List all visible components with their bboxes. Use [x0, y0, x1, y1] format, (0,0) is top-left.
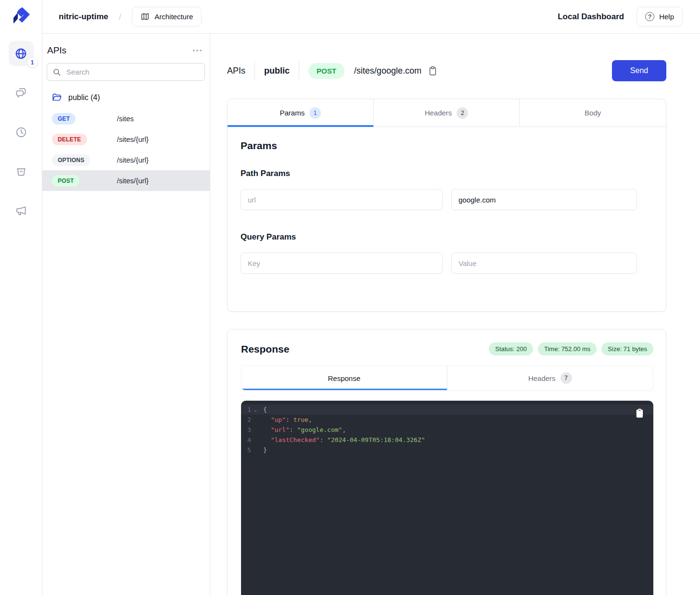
code-text: "up": true,: [263, 415, 312, 425]
rail-item-schedules[interactable]: [9, 120, 34, 145]
tab-params[interactable]: Params1: [228, 99, 374, 127]
code-lines: 1⌄{2 "up": true,3 "url": "google.com",4 …: [241, 405, 653, 455]
breadcrumb-api[interactable]: public: [264, 66, 290, 76]
megaphone-icon: [15, 205, 27, 217]
send-button[interactable]: Send: [612, 60, 666, 81]
code-line[interactable]: 1⌄{: [241, 405, 653, 415]
local-dashboard-label: Local Dashboard: [558, 12, 624, 22]
architecture-button[interactable]: Architecture: [132, 7, 202, 26]
code-line[interactable]: 3 "url": "google.com",: [241, 425, 653, 435]
method-col: POST: [52, 175, 117, 187]
topbar: nitric-uptime / Architecture Local Dashb…: [42, 0, 700, 34]
icon-rail: 1: [0, 0, 42, 595]
api-folder[interactable]: public (4): [42, 91, 210, 104]
search-wrap: [47, 63, 205, 81]
line-gutter: 4: [241, 435, 263, 445]
method-col: OPTIONS: [52, 154, 117, 166]
folder-label: public (4): [68, 93, 100, 102]
code-text: }: [263, 445, 267, 455]
request-tabs: Params1Headers2Body: [228, 99, 666, 127]
fold-icon: ⌄: [254, 407, 257, 412]
query-params-title: Query Params: [241, 232, 652, 242]
method-pill: POST: [308, 63, 344, 79]
help-button[interactable]: ? Help: [636, 7, 683, 26]
response-head: Response Status: 200Time: 752.00 msSize:…: [241, 342, 653, 355]
path-param-row: [241, 189, 652, 210]
method-col: GET: [52, 113, 117, 125]
chat-icon: [15, 87, 27, 99]
ellipsis-icon: [192, 49, 202, 52]
breadcrumb: APIs public POST /sites/google.com Send: [227, 60, 666, 81]
query-value-input[interactable]: [451, 253, 637, 274]
path-params-title: Path Params: [241, 169, 652, 178]
route-item[interactable]: DELETE/sites/{url}: [42, 129, 210, 150]
code-text: "lastChecked": "2024-04-09T05:18:04.326Z…: [263, 435, 425, 445]
line-number: 4: [247, 435, 251, 445]
tab-label: Params: [280, 109, 305, 117]
api-panel: APIs: [42, 34, 210, 595]
rail-item-websockets[interactable]: [9, 80, 34, 105]
nitric-logo[interactable]: [11, 6, 32, 27]
params-body: Params Path Params Query Params: [228, 127, 666, 311]
tab-count-badge: 1: [309, 107, 321, 119]
panel-menu-button[interactable]: [191, 47, 204, 54]
right-side: nitric-uptime / Architecture Local Dashb…: [42, 0, 700, 595]
path-param-key-input[interactable]: [241, 189, 443, 210]
route-item[interactable]: OPTIONS/sites/{url}: [42, 150, 210, 170]
response-code-block: 1⌄{2 "up": true,3 "url": "google.com",4 …: [241, 401, 653, 595]
copy-response-button[interactable]: [636, 408, 644, 419]
code-line[interactable]: 2 "up": true,: [241, 415, 653, 425]
search-input[interactable]: [47, 63, 205, 81]
copy-path-button[interactable]: [428, 66, 437, 76]
status-badge: Time: 752.00 ms: [538, 342, 597, 355]
method-badge: DELETE: [52, 134, 87, 145]
code-text: {: [263, 405, 267, 415]
help-label: Help: [659, 13, 674, 21]
path-param-value-input[interactable]: [451, 189, 637, 210]
main-content: APIs public POST /sites/google.com Send: [210, 34, 700, 595]
map-icon: [140, 12, 150, 21]
rail-item-topics[interactable]: [9, 199, 34, 224]
tab-headers[interactable]: Headers2: [374, 99, 520, 127]
route-item[interactable]: POST/sites/{url}: [42, 170, 210, 191]
rail-item-storage[interactable]: [9, 159, 34, 184]
route-item[interactable]: GET/sites: [42, 108, 210, 129]
content-row: APIs: [42, 34, 700, 595]
question-icon: ?: [645, 12, 654, 21]
storage-icon: [15, 165, 27, 178]
tab-label: Headers: [425, 109, 452, 117]
line-gutter: 5: [241, 445, 263, 455]
search-icon: [52, 68, 61, 76]
apis-count-badge: 1: [27, 57, 38, 68]
line-number: 5: [247, 445, 251, 455]
rail-item-apis[interactable]: 1: [9, 41, 34, 66]
method-badge: POST: [52, 175, 79, 187]
app-title: nitric-uptime: [59, 12, 108, 22]
code-line[interactable]: 4 "lastChecked": "2024-04-09T05:18:04.32…: [241, 435, 653, 445]
folder-open-icon: [51, 92, 62, 103]
line-number: 1: [247, 405, 251, 415]
code-line[interactable]: 5}: [241, 445, 653, 455]
tab-response[interactable]: Response: [242, 366, 447, 390]
tab-body[interactable]: Body: [520, 99, 666, 127]
panel-head: APIs: [47, 45, 204, 56]
line-number: 3: [247, 425, 251, 435]
route-path: /sites/{url}: [117, 177, 149, 185]
breadcrumb-root[interactable]: APIs: [227, 66, 245, 76]
route-path: /sites: [117, 114, 134, 123]
tab-label: Response: [328, 374, 360, 382]
breadcrumb-divider: [299, 62, 299, 80]
tab-label: Headers: [528, 374, 556, 382]
breadcrumb-separator: /: [119, 12, 121, 22]
topbar-right: Local Dashboard ? Help: [558, 7, 683, 26]
tab-headers[interactable]: Headers7: [447, 366, 653, 390]
line-gutter: 3: [241, 425, 263, 435]
query-key-input[interactable]: [241, 253, 443, 274]
copy-icon: [636, 408, 644, 418]
architecture-label: Architecture: [154, 13, 193, 21]
line-gutter: 2: [241, 415, 263, 425]
code-text: "url": "google.com",: [263, 425, 346, 435]
method-col: DELETE: [52, 134, 117, 145]
query-param-row: [241, 253, 652, 274]
method-badge: GET: [52, 113, 76, 125]
